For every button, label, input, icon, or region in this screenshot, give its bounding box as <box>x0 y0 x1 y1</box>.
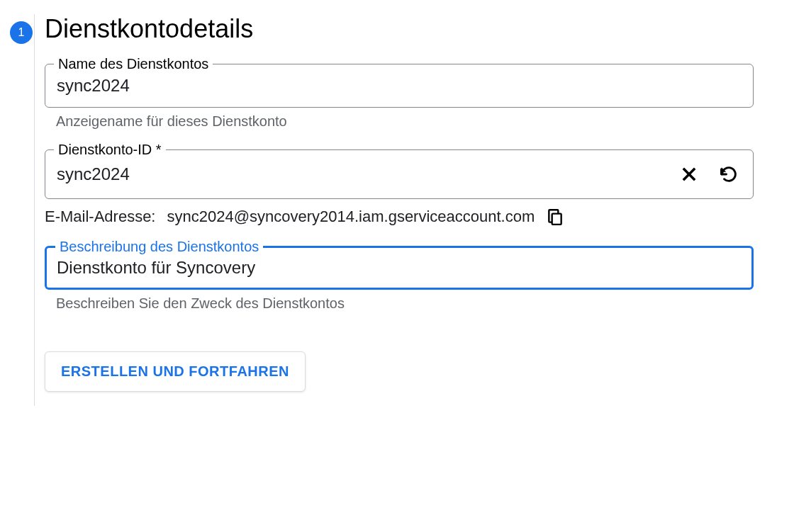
email-value: sync2024@syncovery2014.iam.gserviceaccou… <box>167 208 535 226</box>
name-input[interactable] <box>57 76 742 96</box>
form-area: Name des Dienstkontos Anzeigename für di… <box>45 64 754 392</box>
name-field-label: Name des Dienstkontos <box>54 56 213 72</box>
action-bar: ERSTELLEN UND FORTFAHREN <box>45 351 754 392</box>
refresh-icon <box>719 164 739 184</box>
id-input[interactable] <box>57 164 668 184</box>
step-container: 1 Dienstkontodetails Name des Dienstkont… <box>10 14 784 406</box>
create-and-continue-button[interactable]: ERSTELLEN UND FORTFAHREN <box>45 351 306 392</box>
copy-icon <box>546 208 564 226</box>
description-input[interactable] <box>57 258 742 278</box>
name-field-helper: Anzeigename für dieses Dienstkonto <box>56 113 754 130</box>
id-field-label: Dienstkonto-ID * <box>54 142 166 158</box>
description-field-label: Beschreibung des Dienstkontos <box>55 239 263 255</box>
step-number-badge: 1 <box>10 21 33 44</box>
refresh-id-button[interactable] <box>716 162 742 187</box>
svg-rect-2 <box>552 214 561 225</box>
copy-email-button[interactable] <box>546 208 564 226</box>
id-field-actions <box>676 162 742 187</box>
field-wrapper-description: Beschreibung des Dienstkontos Beschreibe… <box>45 246 754 312</box>
step-heading: Dienstkontodetails <box>45 14 771 44</box>
field-wrapper-id: Dienstkonto-ID * <box>45 149 754 199</box>
step-content: Dienstkontodetails Name des Dienstkontos… <box>34 14 771 406</box>
id-field-outline: Dienstkonto-ID * <box>45 149 754 199</box>
email-row: E-Mail-Adresse: sync2024@syncovery2014.i… <box>45 208 754 226</box>
clear-id-button[interactable] <box>676 162 702 187</box>
field-wrapper-name: Name des Dienstkontos Anzeigename für di… <box>45 64 754 130</box>
close-icon <box>679 164 699 184</box>
name-field-outline: Name des Dienstkontos <box>45 64 754 108</box>
email-label: E-Mail-Adresse: <box>45 208 155 226</box>
description-field-helper: Beschreiben Sie den Zweck des Dienstkont… <box>56 295 754 312</box>
description-field-outline: Beschreibung des Dienstkontos <box>45 246 754 290</box>
